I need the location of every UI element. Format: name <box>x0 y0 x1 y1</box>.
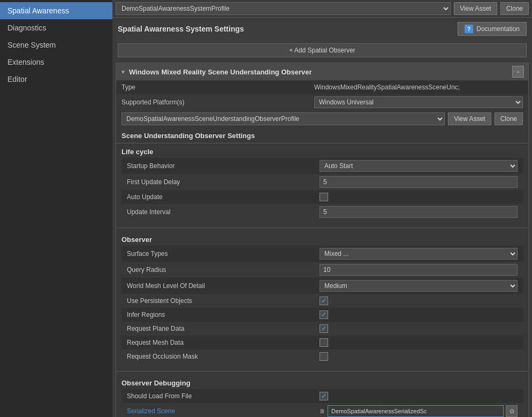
profile-select[interactable]: DemoSpatialAwarenessSystemProfile <box>116 2 451 15</box>
serialized-scene-row: Serialized Scene 🗎 ⊙ <box>121 403 523 417</box>
sidebar-item-label: Extensions <box>7 58 44 66</box>
documentation-button[interactable]: ? Documentation <box>458 22 527 36</box>
use-persistent-row: Use Persistent Objects <box>121 294 523 308</box>
serialized-scene-link[interactable]: Serialized Scene <box>127 407 320 415</box>
clone-button[interactable]: Clone <box>500 2 529 15</box>
surface-types-label: Surface Types <box>127 250 320 257</box>
query-radius-row: Query Radius <box>121 262 523 278</box>
request-plane-checkbox[interactable] <box>320 324 328 333</box>
sidebar-item-diagnostics[interactable]: Diagnostics <box>0 19 112 36</box>
observer-view-asset-label: View Asset <box>454 115 485 123</box>
startup-behavior-select[interactable]: Auto Start <box>320 160 518 172</box>
add-observer-bar: + Add Spatial Observer <box>112 40 532 60</box>
use-persistent-checkbox[interactable] <box>320 297 328 305</box>
request-mesh-checkbox-container <box>320 338 328 347</box>
surface-types-row: Surface Types Mixed ... <box>121 246 523 262</box>
type-row: Type WindowsMixedRealitySpatialAwareness… <box>116 80 528 94</box>
observer-profile-select[interactable]: DemoSpatialAwarenessSceneUnderstandingOb… <box>121 112 445 125</box>
add-observer-button[interactable]: + Add Spatial Observer <box>118 43 527 57</box>
update-interval-input[interactable] <box>320 206 518 218</box>
first-update-delay-label: First Update Delay <box>127 178 320 186</box>
sidebar-item-scene-system[interactable]: Scene System <box>0 36 112 54</box>
settings-title: Scene Understanding Observer Settings <box>116 127 528 143</box>
remove-observer-button[interactable]: - <box>512 66 524 78</box>
serialized-scene-browse-button[interactable]: ⊙ <box>506 405 518 417</box>
clone-label: Clone <box>506 5 523 12</box>
auto-update-checkbox[interactable] <box>320 193 328 201</box>
sidebar-item-label: Spatial Awareness <box>7 6 69 15</box>
request-occlusion-label: Request Occlusion Mask <box>127 353 320 360</box>
infer-regions-row: Infer Regions <box>121 308 523 322</box>
first-update-delay-row: First Update Delay <box>121 174 523 190</box>
observer-title: Windows Mixed Reality Scene Understandin… <box>129 68 312 76</box>
file-icon: 🗎 <box>320 408 325 414</box>
browse-icon: ⊙ <box>510 408 514 415</box>
lifecycle-label: Life cycle <box>121 148 523 156</box>
query-radius-input[interactable] <box>320 264 518 276</box>
request-occlusion-checkbox-container <box>320 352 328 361</box>
startup-behavior-row: Startup Behavior Auto Start <box>121 158 523 174</box>
minus-label: - <box>517 67 520 76</box>
doc-icon: ? <box>465 25 473 33</box>
surface-types-select[interactable]: Mixed ... <box>320 248 518 260</box>
supported-platforms-select[interactable]: Windows Universal <box>314 96 523 108</box>
observer-view-asset-button[interactable]: View Asset <box>448 112 491 125</box>
sidebar-item-label: Scene System <box>7 41 56 49</box>
request-plane-checkbox-container <box>320 324 328 333</box>
sidebar-item-spatial-awareness[interactable]: Spatial Awareness <box>0 2 112 19</box>
request-mesh-checkbox[interactable] <box>320 338 328 347</box>
should-load-row: Should Load From File <box>121 389 523 403</box>
startup-behavior-label: Startup Behavior <box>127 162 320 170</box>
sidebar-item-label: Diagnostics <box>7 24 46 32</box>
collapse-icon[interactable]: ▼ <box>120 69 126 75</box>
main-content: DemoSpatialAwarenessSystemProfile View A… <box>112 0 532 417</box>
sidebar-item-extensions[interactable]: Extensions <box>0 54 112 71</box>
update-interval-label: Update Interval <box>127 208 320 216</box>
serialized-scene-input[interactable] <box>328 405 504 417</box>
debugging-section: Observer Debugging Should Load From File… <box>116 375 528 417</box>
use-persistent-label: Use Persistent Objects <box>127 297 320 305</box>
supported-platforms-label: Supported Platform(s) <box>121 98 314 106</box>
update-interval-row: Update Interval <box>121 204 523 220</box>
should-load-checkbox[interactable] <box>320 392 328 400</box>
world-mesh-lod-label: World Mesh Level Of Detail <box>127 282 320 290</box>
svg-text:?: ? <box>467 26 470 32</box>
type-value: WindowsMixedRealitySpatialAwarenessScene… <box>314 84 523 91</box>
infer-regions-checkbox-container <box>320 310 328 319</box>
supported-platforms-row: Supported Platform(s) Windows Universal <box>116 94 528 110</box>
world-mesh-lod-select[interactable]: Medium <box>320 280 518 292</box>
profile-row: DemoSpatialAwarenessSceneUnderstandingOb… <box>116 110 528 127</box>
should-load-label: Should Load From File <box>127 392 320 400</box>
request-occlusion-checkbox[interactable] <box>320 352 328 361</box>
serialized-scene-field: 🗎 ⊙ <box>320 405 518 417</box>
observer-header-left: ▼ Windows Mixed Reality Scene Understand… <box>120 68 312 76</box>
sidebar: Spatial Awareness Diagnostics Scene Syst… <box>0 0 112 417</box>
request-plane-row: Request Plane Data <box>121 322 523 336</box>
sidebar-item-label: Editor <box>7 75 27 84</box>
world-mesh-lod-row: World Mesh Level Of Detail Medium <box>121 278 523 294</box>
auto-update-label: Auto Update <box>127 193 320 201</box>
observer-clone-button[interactable]: Clone <box>495 112 523 125</box>
request-mesh-label: Request Mesh Data <box>127 339 320 346</box>
request-mesh-row: Request Mesh Data <box>121 336 523 350</box>
top-bar: DemoSpatialAwarenessSystemProfile View A… <box>112 0 532 18</box>
observer-settings-section: Observer Surface Types Mixed ... Query R… <box>116 231 528 368</box>
debugging-label: Observer Debugging <box>121 379 523 387</box>
observer-section: ▼ Windows Mixed Reality Scene Understand… <box>116 63 529 417</box>
sidebar-item-editor[interactable]: Editor <box>0 71 112 88</box>
use-persistent-checkbox-container <box>320 297 328 305</box>
auto-update-checkbox-container <box>320 193 328 201</box>
observer-clone-label: Clone <box>500 115 517 123</box>
infer-regions-checkbox[interactable] <box>320 310 328 319</box>
lifecycle-section: Life cycle Startup Behavior Auto Start F… <box>116 143 528 224</box>
should-load-checkbox-container <box>320 392 328 400</box>
view-asset-button[interactable]: View Asset <box>454 2 497 15</box>
divider-2 <box>116 371 528 371</box>
header-row: Spatial Awareness System Settings ? Docu… <box>112 18 532 40</box>
first-update-delay-input[interactable] <box>320 176 518 188</box>
view-asset-label: View Asset <box>460 5 491 12</box>
observer-header: ▼ Windows Mixed Reality Scene Understand… <box>116 63 528 80</box>
page-title: Spatial Awareness System Settings <box>118 25 244 33</box>
observer-settings-label: Observer <box>121 236 523 244</box>
divider-1 <box>116 228 528 228</box>
